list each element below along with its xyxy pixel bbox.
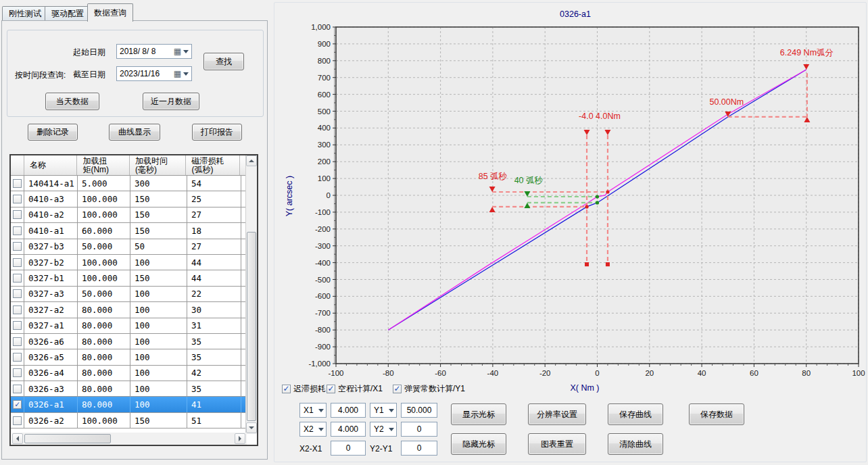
hide-cursor-button[interactable]: 隐藏光标 [451,433,506,455]
row-checkbox[interactable] [13,210,22,219]
row-checkbox[interactable] [13,321,22,330]
chevron-down-icon [389,428,394,431]
cell-torque: 100.000 [78,255,130,270]
table-row[interactable]: 140414-a15.00030054 [11,176,245,191]
table-row[interactable]: 0410-a160.00015018 [11,223,245,239]
row-checkbox-cell [11,302,24,317]
table-row[interactable]: 0326-a480.00010042 [11,366,245,381]
show-cursor-button[interactable]: 显示光标 [451,403,506,425]
y1-combo[interactable]: Y1 [370,403,397,418]
row-checkbox[interactable] [13,385,22,393]
x1-combo[interactable]: X1 [299,403,327,418]
dx-value-field[interactable]: 0 [331,441,366,456]
save-data-button[interactable]: 保存数据 [689,403,744,425]
table-row[interactable]: 0326-a580.00010035 [11,349,245,365]
svg-text:-900: -900 [315,343,331,351]
horizontal-scroll-thumb[interactable] [24,434,111,443]
x1-value-field[interactable]: 4.000 [331,403,366,418]
resolution-settings-button[interactable]: 分辨率设置 [528,403,586,425]
cell-name: 0327-a3 [24,287,78,301]
row-checkbox[interactable] [13,368,22,377]
scroll-down-button[interactable] [246,422,257,433]
svg-text:100: 100 [318,174,331,182]
tab-data-query[interactable]: 数据查询 [87,3,133,22]
header-loss: 磁滞损耗 (弧秒) [186,155,240,175]
cursor-square-marker [585,262,589,266]
table-row[interactable]: 0327-b1100.00015044 [11,270,245,286]
tab-drive-config[interactable]: 驱动配置 [45,6,91,21]
row-checkbox-cell [11,349,24,364]
cell-torque: 80.000 [78,397,130,412]
row-checkbox-cell [11,191,24,206]
table-row[interactable]: 0327-a280.00010030 [11,302,245,318]
row-checkbox[interactable] [13,353,22,362]
row-checkbox[interactable] [13,289,22,298]
scroll-down-icon [249,426,254,429]
row-checkbox[interactable] [13,179,22,188]
checkbox-icon [393,385,402,393]
table-row[interactable]: 0326-a2100.00015051 [11,413,245,429]
y2-combo[interactable]: Y2 [370,422,397,437]
y1-value-field[interactable]: 50.000 [401,403,437,418]
calendar-icon[interactable]: ▦ [174,70,181,78]
row-checkbox[interactable] [13,305,22,314]
row-checkbox[interactable] [13,416,22,425]
start-date-picker[interactable]: 2018/ 8/ 8 ▦ [116,44,192,59]
table-row[interactable]: 0326-a180.00010041 [11,397,245,412]
table-row[interactable]: 0327-a350.00010022 [11,287,245,302]
table-row[interactable]: 0410-a2100.00015027 [11,207,245,223]
x2-value-field[interactable]: 4.000 [331,422,366,437]
y2-value-field[interactable]: 0 [401,422,437,437]
row-checkbox[interactable] [13,337,22,346]
save-curve-button[interactable]: 保存曲线 [608,403,663,425]
cell-name: 0326-a5 [24,349,78,364]
date-dropdown-icon[interactable] [183,72,189,76]
scroll-up-icon [249,160,254,162]
cell-time: 150 [130,207,187,222]
chevron-down-icon [389,409,394,412]
checkbox-spring-constant-calc[interactable]: 弹簧常数计算/Y1 [393,383,465,395]
cell-torque: 100.000 [78,413,130,428]
curve-display-button[interactable]: 曲线显示 [109,124,160,141]
svg-text:-500: -500 [315,276,331,284]
x2-combo[interactable]: X2 [299,422,327,437]
checkbox-hysteresis-loss[interactable]: 迟滞损耗 [282,383,326,395]
chart-reset-button[interactable]: 图表重置 [528,433,586,455]
table-vertical-scrollbar[interactable] [245,155,257,434]
row-checkbox[interactable] [13,400,22,409]
vertical-scroll-thumb[interactable] [247,232,256,421]
delete-record-button[interactable]: 删除记录 [28,124,78,141]
table-row[interactable]: 0410-a3100.00015025 [11,191,245,207]
row-checkbox-cell [11,397,24,412]
svg-text:100: 100 [852,369,865,377]
table-row[interactable]: 0327-b2100.00010044 [11,255,245,270]
scroll-right-button[interactable] [235,433,245,444]
print-report-button[interactable]: 打印报告 [192,124,242,141]
row-checkbox[interactable] [13,242,22,251]
table-row[interactable]: 0327-b350.0005027 [11,239,245,255]
clear-curve-button[interactable]: 清除曲线 [608,433,663,455]
today-data-button[interactable]: 当天数据 [45,93,99,110]
month-data-button[interactable]: 近一月数据 [143,93,199,110]
table-row[interactable]: 0326-a680.00010035 [11,334,245,349]
cell-time: 100 [130,381,187,396]
table-row[interactable]: 0327-a180.00010031 [11,318,245,334]
row-checkbox[interactable] [13,274,22,283]
search-button[interactable]: 查找 [203,53,244,70]
dy-value-field[interactable]: 0 [401,441,437,456]
table-row[interactable]: 0326-a380.00010035 [11,381,245,397]
scroll-left-button[interactable] [12,433,23,444]
end-date-picker[interactable]: 2023/11/16 ▦ [116,66,192,81]
date-dropdown-icon[interactable] [183,50,189,53]
row-checkbox[interactable] [13,195,22,203]
svg-text:40: 40 [698,369,706,377]
row-checkbox[interactable] [13,226,22,235]
scroll-up-button[interactable] [246,155,257,166]
checkbox-backlash-calc[interactable]: 空程计算/X1 [327,383,383,395]
cursor-square-marker [606,262,610,266]
table-horizontal-scrollbar[interactable] [12,433,247,445]
calendar-icon[interactable]: ▦ [174,47,181,55]
row-checkbox[interactable] [13,258,22,267]
tab-rigidity-test[interactable]: 刚性测试 [2,6,48,21]
cell-time: 150 [130,413,187,428]
